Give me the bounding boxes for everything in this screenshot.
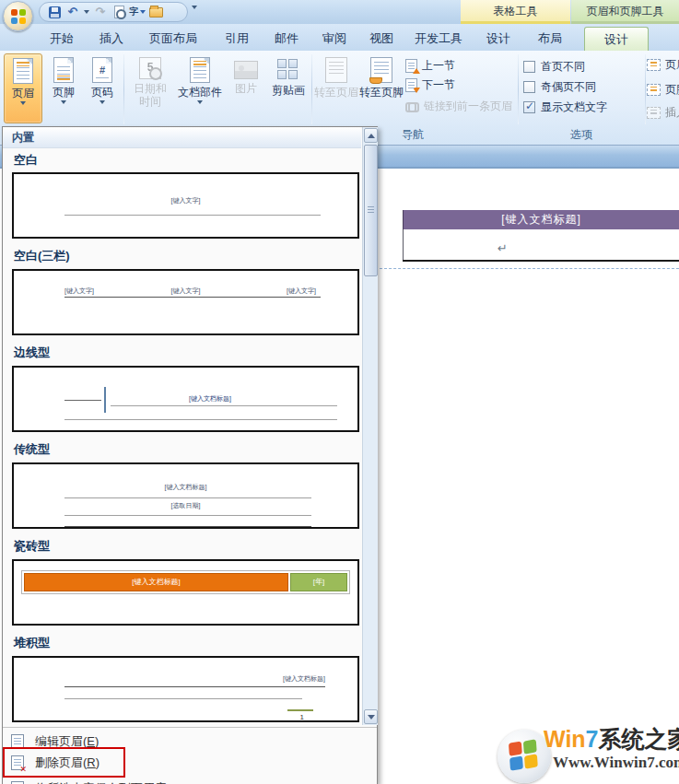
different-first-page-checkbox[interactable] — [523, 61, 535, 73]
watermark-title: Win7系统之家 — [544, 724, 679, 755]
gallery-scrollbar[interactable] — [362, 127, 378, 725]
customize-qat-icon[interactable] — [192, 6, 197, 9]
red-highlight-annotation — [3, 747, 125, 778]
next-section-icon — [405, 78, 417, 92]
gallery-category-sideline: 边线型 — [14, 345, 50, 361]
page-number-icon — [92, 57, 112, 83]
date-time-icon — [139, 57, 161, 79]
undo-icon[interactable]: ↶ — [65, 5, 80, 19]
gallery-item-tiles[interactable]: [键入文档标题] [年] — [12, 559, 359, 626]
redo-icon: ↷ — [93, 5, 108, 19]
different-odd-even-checkbox[interactable] — [523, 81, 535, 93]
scroll-down-icon[interactable] — [364, 709, 378, 724]
next-section-button[interactable]: 下一节 — [405, 76, 455, 94]
tab-insert[interactable]: 插入 — [90, 27, 133, 51]
watermark-url: Www.Winwin7.com — [553, 754, 679, 772]
tab-view[interactable]: 视图 — [361, 27, 402, 51]
quick-parts-dropdown-icon[interactable] — [197, 100, 203, 104]
gallery-item-sideline[interactable]: [键入文档标题] — [12, 366, 359, 432]
insert-alignment-tab-icon — [647, 107, 661, 119]
watermark: Win7系统之家 Www.Winwin7.com — [492, 717, 679, 784]
gallery-item-traditional[interactable]: [键入文档标题] [选取日期] — [12, 462, 359, 529]
header-from-top-icon — [647, 59, 661, 71]
word-window: 表格工具 页眉和页脚工具 ↶ ↷ 字 开始 插入 页面布局 引用 邮件 审阅 视… — [0, 0, 679, 784]
tab-references[interactable]: 引用 — [216, 27, 258, 51]
show-document-text-checkbox[interactable] — [523, 101, 535, 113]
footer-button[interactable]: 页脚 — [44, 53, 83, 123]
clipart-icon — [277, 59, 299, 81]
previous-section-icon — [405, 59, 417, 73]
tab-home[interactable]: 开始 — [41, 27, 83, 51]
header-gallery-dropdown: 内置 空白 [键入文字] 空白(三栏) [键入文字] [键入文字] [键入文字]… — [2, 126, 378, 784]
header-from-top-button[interactable]: 页眉顶 — [647, 56, 679, 73]
tiles-year-block: [年] — [290, 573, 347, 591]
tab-table-layout[interactable]: 布局 — [529, 27, 571, 51]
gallery-category-tiles: 瓷砖型 — [14, 538, 50, 555]
picture-button: 图片 — [227, 53, 265, 123]
contextual-group-table-tools: 表格工具 — [461, 0, 570, 24]
document-title-placeholder[interactable]: [键入文档标题] — [403, 210, 679, 229]
footer-icon — [53, 57, 74, 83]
tab-page-layout[interactable]: 页面布局 — [140, 27, 206, 51]
link-icon — [405, 101, 419, 111]
pinyin-spell-icon[interactable]: 字 — [130, 5, 145, 19]
previous-section-button[interactable]: 上一节 — [405, 56, 455, 75]
goto-header-icon — [325, 57, 347, 83]
link-to-previous-button: 链接到前一条页眉 — [405, 97, 512, 115]
gallery-item-blank[interactable]: [键入文字] — [12, 172, 359, 239]
ribbon-tab-row: 开始 插入 页面布局 引用 邮件 审阅 视图 开发工具 设计 布局 设计 — [0, 24, 679, 51]
office-button[interactable] — [3, 1, 33, 31]
header-boundary-dashed-line — [380, 268, 679, 269]
picture-icon — [234, 61, 258, 79]
gallery-category-traditional: 传统型 — [14, 441, 50, 458]
quick-parts-button[interactable]: 文档部件 — [175, 53, 225, 123]
scrollbar-thumb[interactable] — [364, 145, 378, 276]
tab-mailings[interactable]: 邮件 — [265, 27, 308, 51]
show-document-text-checkbox-row[interactable]: 显示文档文字 — [523, 99, 607, 115]
clipart-button[interactable]: 剪贴画 — [267, 53, 310, 123]
save-icon[interactable] — [47, 5, 62, 19]
paragraph-mark: ↵ — [498, 241, 508, 255]
gallery-category-stacks: 堆积型 — [14, 635, 50, 651]
gallery-item-stacks[interactable]: [键入文档标题] 1 — [12, 656, 359, 722]
header-rule-line — [403, 260, 679, 262]
page-number-button[interactable]: 页码 — [83, 53, 122, 123]
tiles-preview-bar: [键入文档标题] [年] — [21, 570, 350, 594]
save-selection-icon — [11, 781, 24, 784]
page-edge-line — [403, 229, 404, 261]
quick-access-toolbar: ↶ ↷ 字 — [39, 2, 188, 22]
tiles-title-block: [键入文档标题] — [24, 573, 288, 591]
gallery-item-blank-3col[interactable]: [键入文字] [键入文字] [键入文字] — [12, 269, 359, 335]
tab-developer[interactable]: 开发工具 — [409, 27, 468, 51]
header-dropdown-icon[interactable] — [20, 101, 26, 105]
group-label-navigation: 导航 — [378, 126, 448, 145]
tab-header-footer-design[interactable]: 设计 — [584, 27, 649, 51]
goto-footer-icon — [370, 57, 392, 83]
page-number-dropdown-icon[interactable] — [100, 100, 105, 104]
gallery-category-blank: 空白 — [14, 152, 38, 169]
footer-dropdown-icon[interactable] — [61, 100, 66, 104]
gallery-category-blank-3col: 空白(三栏) — [14, 248, 70, 264]
goto-footer-button[interactable]: 转至页脚 — [359, 53, 404, 123]
gallery-section-title: 内置 — [3, 127, 361, 148]
scroll-up-icon[interactable] — [364, 128, 378, 143]
different-odd-even-checkbox-row[interactable]: 奇偶页不同 — [523, 78, 596, 95]
date-time-button: 日期和 时间 — [127, 53, 173, 123]
office-logo-icon — [11, 9, 26, 24]
different-first-page-checkbox-row[interactable]: 首页不同 — [523, 58, 585, 75]
footer-from-bottom-button[interactable]: 页脚底 — [647, 81, 679, 98]
tab-review[interactable]: 审阅 — [313, 27, 356, 51]
contextual-group-header-footer-tools: 页眉和页脚工具 — [571, 0, 679, 24]
header-button[interactable]: 页眉 — [4, 53, 42, 123]
save-selection-menu-item[interactable]: 将所选内容保存到页眉库(S)... — [3, 778, 377, 784]
footer-from-bottom-icon — [647, 84, 661, 96]
header-icon — [13, 58, 33, 84]
print-preview-icon[interactable] — [111, 5, 126, 19]
open-folder-icon[interactable] — [148, 5, 163, 19]
insert-alignment-tab-button: 插入 — [647, 104, 679, 121]
goto-header-button: 转至页眉 — [314, 53, 358, 123]
undo-dropdown-icon[interactable] — [84, 10, 89, 14]
quick-parts-icon — [190, 57, 210, 83]
group-label-options: 选项 — [548, 126, 615, 145]
tab-table-design[interactable]: 设计 — [477, 27, 520, 51]
